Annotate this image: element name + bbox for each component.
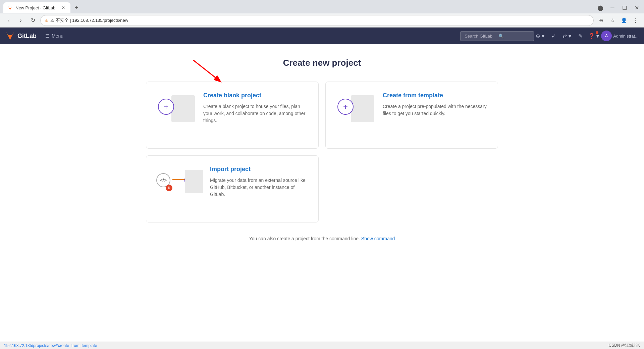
profile-button[interactable]: 👤 [619, 16, 629, 25]
template-project-icon: + [337, 92, 374, 122]
back-button[interactable]: ‹ [4, 16, 13, 25]
record-button[interactable]: ⬤ [596, 4, 604, 12]
cards-grid: + Create blank project Create a blank pr… [146, 82, 498, 222]
gitlab-logo-icon [5, 31, 15, 41]
import-project-content: Import project Migrate your data from an… [210, 166, 308, 198]
template-project-description: Create a project pre-populated with the … [383, 103, 488, 117]
browser-titlebar: New Project · GitLab ✕ + ⬤ ─ ☐ ✕ [0, 0, 644, 13]
plus-circle-icon: + [158, 99, 174, 115]
menu-button[interactable]: ☰ Menu [42, 31, 67, 41]
folder-icon [185, 170, 203, 193]
tab-close-button[interactable]: ✕ [60, 5, 66, 11]
page-title: Create new project [283, 58, 361, 68]
blank-project-icon-area: + [156, 92, 197, 122]
reload-button[interactable]: ↻ [28, 16, 38, 25]
browser-tab[interactable]: New Project · GitLab ✕ [3, 2, 70, 13]
blank-project-card[interactable]: + Create blank project Create a blank pr… [146, 82, 319, 149]
main-content: Create new project + Create blank [0, 44, 644, 349]
window-controls: ⬤ ─ ☐ ✕ [596, 4, 641, 12]
blank-project-description: Create a blank project to house your fil… [203, 103, 308, 124]
user-menu[interactable]: A Administrat... [601, 31, 639, 41]
maximize-button[interactable]: ☐ [621, 4, 629, 12]
issues-button[interactable]: ✓ [547, 30, 559, 42]
d-badge-icon: D [166, 185, 172, 191]
merge-requests-button[interactable]: ⇄ ▾ [561, 30, 573, 42]
new-item-button[interactable]: ⊕ ▾ [534, 30, 546, 42]
blank-project-icon: + [158, 92, 195, 122]
edit-button[interactable]: ✎ [574, 30, 586, 42]
address-bar[interactable]: ⚠ ⚠ 不安全 | 192.168.72.135/projects/new [40, 15, 594, 26]
browser-toolbar: ‹ › ↻ ⚠ ⚠ 不安全 | 192.168.72.135/projects/… [0, 13, 644, 28]
show-command-link[interactable]: Show command [361, 236, 395, 241]
help-button[interactable]: ❓ ▾ [588, 30, 600, 42]
import-project-description: Migrate your data from an external sourc… [210, 177, 308, 198]
nav-actions: ⊕ ▾ ✓ ⇄ ▾ ✎ ❓ ▾ A Administrat... [534, 30, 639, 42]
browser-chrome: New Project · GitLab ✕ + ⬤ ─ ☐ ✕ ‹ › ↻ ⚠… [0, 0, 644, 28]
status-right-text: CSDN @江城老K [608, 343, 640, 348]
new-tab-button[interactable]: + [72, 3, 81, 12]
search-box[interactable]: Search GitLab 🔍 [460, 31, 534, 41]
menu-label: Menu [52, 33, 63, 39]
minimize-button[interactable]: ─ [608, 4, 616, 12]
import-project-icon-area: </> D → [156, 166, 203, 196]
address-text: ⚠ 不安全 | 192.168.72.135/projects/new [50, 17, 128, 23]
status-bar: 192.168.72.135/projects/new#create_from_… [0, 342, 644, 349]
template-project-icon-area: + [336, 92, 376, 122]
import-project-title: Import project [210, 166, 308, 173]
tab-title: New Project · GitLab [15, 5, 58, 10]
security-warning: ⚠ [45, 18, 48, 23]
translate-button[interactable]: ⊕ [596, 16, 606, 25]
template-project-card[interactable]: + Create from template Create a project … [325, 82, 498, 149]
user-name: Administrat... [613, 34, 639, 39]
blank-project-content: Create blank project Create a blank proj… [203, 92, 308, 124]
blank-project-title: Create blank project [203, 92, 308, 99]
more-button[interactable]: ⋮ [631, 16, 640, 25]
folder-icon [351, 95, 374, 122]
template-project-content: Create from template Create a project pr… [383, 92, 488, 117]
gitlab-wordmark: GitLab [17, 33, 37, 40]
gitlab-logo[interactable]: GitLab [5, 31, 37, 41]
forward-button[interactable]: › [16, 16, 25, 25]
bottom-text-static: You can also create a project from the c… [249, 236, 360, 241]
search-placeholder: Search GitLab [465, 34, 496, 39]
empty-card-slot [325, 155, 498, 222]
gitlab-navbar: GitLab ☰ Menu Search GitLab 🔍 ⊕ ▾ ✓ ⇄ ▾ … [0, 28, 644, 44]
svg-line-1 [193, 60, 220, 81]
import-project-icon: </> D → [156, 166, 203, 196]
hamburger-icon: ☰ [45, 33, 50, 39]
close-button[interactable]: ✕ [633, 4, 641, 12]
status-url: 192.168.72.135/projects/new#create_from_… [4, 343, 97, 348]
gitlab-favicon [7, 5, 13, 10]
annotation-arrow [190, 58, 230, 85]
toolbar-actions: ⊕ ☆ 👤 ⋮ [596, 16, 640, 25]
bottom-text: You can also create a project from the c… [249, 236, 395, 241]
user-avatar: A [601, 31, 612, 41]
template-project-title: Create from template [383, 92, 488, 99]
import-project-card[interactable]: </> D → Import project Migrate your data… [146, 155, 319, 222]
plus-circle-icon: + [337, 99, 354, 115]
notification-badge [596, 31, 598, 34]
arrow-line-icon [172, 179, 186, 180]
bookmark-button[interactable]: ☆ [608, 16, 617, 25]
folder-icon [171, 95, 195, 122]
search-icon: 🔍 [498, 34, 530, 39]
